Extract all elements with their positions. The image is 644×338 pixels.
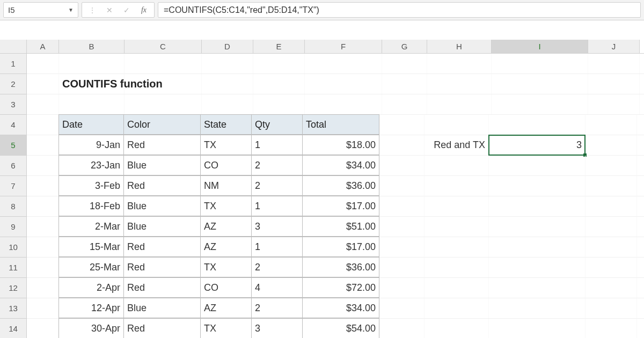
td-total[interactable]: $54.00: [302, 318, 379, 338]
name-box[interactable]: I5 ▼: [3, 2, 78, 18]
cell[interactable]: [202, 94, 253, 114]
cell[interactable]: [202, 54, 253, 74]
td-qty[interactable]: 3: [251, 216, 303, 237]
row-header-5[interactable]: 5: [0, 135, 27, 156]
cell[interactable]: [379, 135, 425, 155]
td-qty[interactable]: 1: [251, 196, 303, 216]
td-total[interactable]: $36.00: [302, 257, 379, 277]
cell[interactable]: [586, 237, 637, 257]
cell[interactable]: [27, 156, 59, 175]
row-header-11[interactable]: 11: [0, 258, 27, 278]
cell[interactable]: [59, 94, 125, 114]
cell[interactable]: [27, 319, 59, 338]
cell[interactable]: [253, 74, 305, 94]
row-header-14[interactable]: 14: [0, 319, 27, 338]
ellipsis-icon[interactable]: ⋮: [86, 9, 98, 12]
td-qty[interactable]: 3: [251, 318, 303, 338]
cell[interactable]: [586, 319, 637, 338]
cell[interactable]: [59, 54, 125, 74]
cell[interactable]: [27, 54, 59, 74]
td-state[interactable]: TX: [200, 318, 252, 338]
cell[interactable]: [489, 115, 586, 135]
cell[interactable]: [586, 278, 637, 298]
cell[interactable]: [27, 176, 59, 196]
cell[interactable]: [489, 258, 586, 277]
cell[interactable]: [253, 54, 305, 74]
td-qty[interactable]: 1: [251, 237, 303, 257]
cell[interactable]: [27, 196, 59, 216]
td-total[interactable]: $18.00: [302, 135, 379, 155]
cell[interactable]: [425, 156, 489, 175]
cell[interactable]: [379, 278, 425, 298]
cell[interactable]: [588, 74, 640, 94]
cell[interactable]: [379, 298, 425, 318]
cell[interactable]: [379, 115, 425, 135]
cell[interactable]: [427, 94, 492, 114]
cancel-icon[interactable]: ✕: [104, 6, 115, 14]
cell[interactable]: [586, 258, 637, 277]
td-total[interactable]: $17.00: [302, 237, 379, 257]
td-qty[interactable]: 4: [251, 277, 303, 298]
cell[interactable]: [379, 217, 425, 237]
title-cell[interactable]: COUNTIFS function: [59, 74, 125, 94]
cell[interactable]: [125, 94, 202, 114]
cell[interactable]: [427, 54, 492, 74]
td-state[interactable]: AZ: [200, 237, 252, 257]
row-header-4[interactable]: 4: [0, 115, 27, 135]
td-color[interactable]: Red: [123, 175, 201, 196]
td-date[interactable]: 2-Apr: [58, 277, 124, 298]
cell[interactable]: [202, 74, 253, 94]
cell[interactable]: [492, 54, 588, 74]
td-state[interactable]: CO: [200, 277, 252, 298]
td-qty[interactable]: 1: [251, 135, 303, 155]
row-header-9[interactable]: 9: [0, 217, 27, 237]
cell[interactable]: [125, 74, 202, 94]
cell[interactable]: [425, 176, 489, 196]
result-label-cell[interactable]: Red and TX: [425, 135, 489, 155]
col-header-F[interactable]: F: [305, 40, 382, 53]
col-header-C[interactable]: C: [125, 40, 202, 53]
td-total[interactable]: $36.00: [302, 175, 379, 196]
row-header-1[interactable]: 1: [0, 54, 27, 74]
td-total[interactable]: $72.00: [302, 277, 379, 298]
td-color[interactable]: Blue: [123, 155, 201, 175]
cell[interactable]: [425, 217, 489, 237]
cell[interactable]: [382, 54, 427, 74]
col-header-J[interactable]: J: [588, 40, 640, 53]
cell[interactable]: [425, 278, 489, 298]
cell[interactable]: [425, 237, 489, 257]
col-header-D[interactable]: D: [202, 40, 253, 53]
td-state[interactable]: TX: [200, 196, 252, 216]
col-header-E[interactable]: E: [253, 40, 305, 53]
td-state[interactable]: TX: [200, 135, 252, 155]
td-total[interactable]: $34.00: [302, 298, 379, 318]
td-date[interactable]: 2-Mar: [58, 216, 124, 237]
cell[interactable]: [379, 237, 425, 257]
row-header-2[interactable]: 2: [0, 74, 27, 94]
fx-icon[interactable]: fx: [138, 6, 150, 14]
td-date[interactable]: 18-Feb: [58, 196, 124, 216]
td-state[interactable]: AZ: [200, 216, 252, 237]
cell[interactable]: [425, 196, 489, 216]
cell[interactable]: [489, 196, 586, 216]
cell[interactable]: [379, 176, 425, 196]
cell[interactable]: [586, 135, 637, 155]
td-date[interactable]: 25-Mar: [58, 257, 124, 277]
cell[interactable]: [588, 94, 640, 114]
cell[interactable]: [379, 196, 425, 216]
th-date[interactable]: Date: [58, 114, 124, 135]
formula-input[interactable]: =COUNTIFS(C5:C14,"red",D5:D14,"TX"): [158, 2, 641, 18]
td-total[interactable]: $34.00: [302, 155, 379, 175]
col-header-I[interactable]: I: [492, 40, 588, 53]
row-header-8[interactable]: 8: [0, 196, 27, 217]
td-qty[interactable]: 2: [251, 257, 303, 277]
cell[interactable]: [27, 217, 59, 237]
td-date[interactable]: 3-Feb: [58, 175, 124, 196]
col-header-G[interactable]: G: [382, 40, 427, 53]
cell[interactable]: [382, 74, 427, 94]
td-state[interactable]: AZ: [200, 298, 252, 318]
cell[interactable]: [27, 94, 59, 114]
td-date[interactable]: 15-Mar: [58, 237, 124, 257]
row-header-3[interactable]: 3: [0, 94, 27, 115]
cell[interactable]: [379, 156, 425, 175]
